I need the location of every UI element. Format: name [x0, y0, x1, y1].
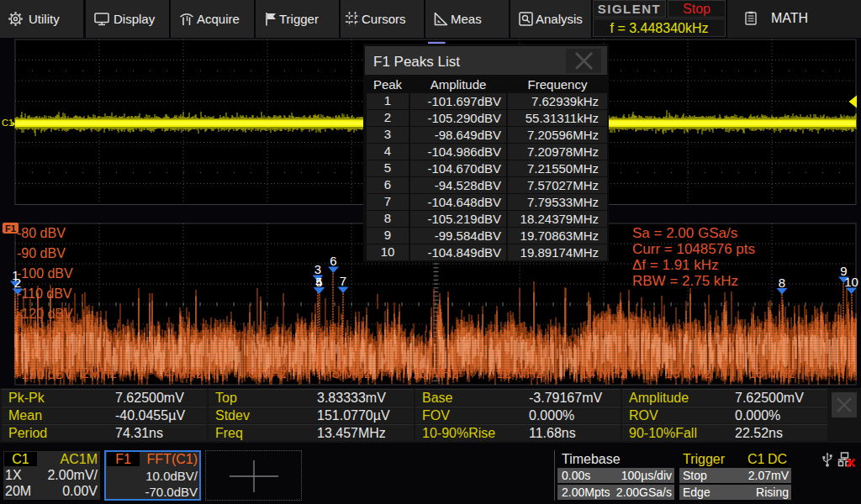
svg-text:6 MHz: 6 MHz — [248, 366, 287, 381]
svg-text:16 MHz: 16 MHz — [664, 366, 710, 381]
svg-text:RBW = 2.75 kHz: RBW = 2.75 kHz — [632, 273, 738, 289]
svg-text:12 MHz: 12 MHz — [496, 366, 542, 381]
svg-text:Δf = 1.91 kHz: Δf = 1.91 kHz — [632, 257, 719, 273]
svg-text:Curr = 1048576 pts: Curr = 1048576 pts — [632, 241, 755, 257]
svg-text:7: 7 — [340, 274, 346, 288]
svg-text:14 MHz: 14 MHz — [580, 366, 626, 381]
svg-text:10 MHz: 10 MHz — [412, 366, 458, 381]
svg-text:-100 dBV: -100 dBV — [17, 266, 73, 281]
svg-text:4 MHz: 4 MHz — [164, 366, 203, 381]
svg-text:-80 dBV: -80 dBV — [17, 226, 66, 240]
svg-text:Sa = 2.00 GSa/s: Sa = 2.00 GSa/s — [632, 225, 737, 241]
svg-text:18 MHz: 18 MHz — [748, 366, 795, 381]
svg-text:F1: F1 — [5, 223, 16, 234]
svg-text:-110 dBV: -110 dBV — [17, 286, 72, 301]
svg-text:6: 6 — [330, 254, 336, 268]
svg-text:-90 dBV: -90 dBV — [17, 246, 66, 260]
svg-text:8: 8 — [779, 276, 785, 290]
svg-text:4: 4 — [315, 275, 322, 289]
svg-text:2: 2 — [14, 276, 21, 290]
svg-text:8 MHz: 8 MHz — [332, 366, 371, 381]
svg-text:C1: C1 — [2, 118, 13, 128]
svg-text:10: 10 — [844, 275, 858, 289]
svg-text:2MHz: 2MHz — [82, 366, 117, 381]
